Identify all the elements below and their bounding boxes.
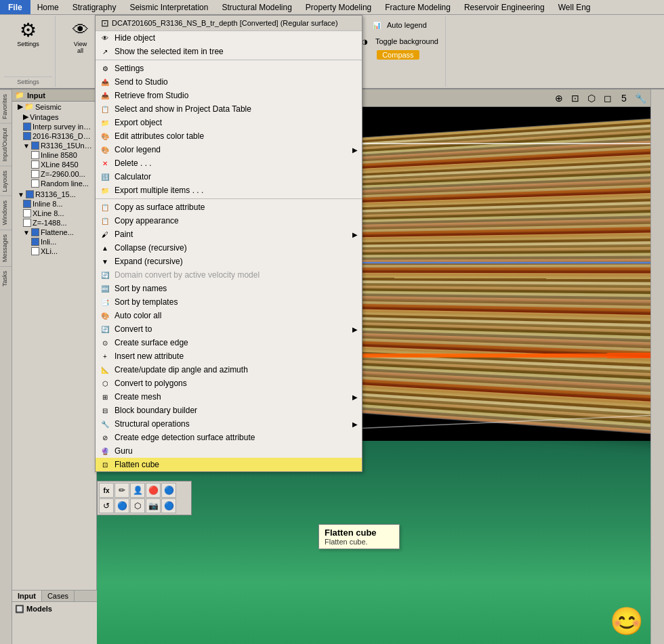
mini-btn-5[interactable]: 🔵 [161,483,176,498]
tree-item-2016[interactable]: 2016-R3136_Depth... [12,131,96,141]
menu-flatten-cube[interactable]: ⊡ Flatten cube [96,458,362,471]
menu-structural-ops[interactable]: 🔧 Structural operations ▶ [96,417,362,431]
mini-btn-7[interactable]: 🔵 [115,498,129,513]
inline8-a-checkbox[interactable] [23,200,31,208]
menu-insert-attribute[interactable]: + Insert new attribute [96,349,362,363]
menu-paint[interactable]: 🖌 Paint ▶ [96,228,362,241]
3d-tool-2[interactable]: ⊡ [568,91,583,106]
tree-item-z1488[interactable]: Z=-1488... [12,218,96,228]
tree-item-xline8-a[interactable]: XLine 8... [12,209,96,218]
r3136-2-checkbox[interactable] [26,190,34,198]
vtab-messages[interactable]: Messages [0,230,12,266]
menu-show-in-tree[interactable]: ↗ Show the selected item in tree [96,45,362,58]
menu-settings[interactable]: ⚙ Settings [96,62,362,75]
menu-send-studio[interactable]: 📤 Send to Studio [96,75,362,89]
menu-select-table[interactable]: 📋 Select and show in Project Data Table [96,102,362,116]
menu-file[interactable]: File [0,0,30,14]
menu-create-edge-detection[interactable]: ⊘ Create edge detection surface attribut… [96,431,362,444]
menu-create-dip[interactable]: 📐 Create/update dip angle and azimuth [96,363,362,377]
compass-btn[interactable]: Compass [377,50,419,60]
2016-checkbox[interactable] [23,132,31,140]
tree-item-random[interactable]: Random line... [12,179,96,188]
menu-copy-appearance[interactable]: 📋 Copy appearance [96,214,362,228]
menu-well-eng[interactable]: Well Eng [552,0,598,14]
z1488-checkbox[interactable] [23,219,31,227]
tree-item-r3136-2[interactable]: ▼ R3136_15... [12,190,96,199]
expand-label: Expand (recursive) [115,257,183,266]
menu-export-multiple[interactable]: 📁 Export multiple items . . . [96,184,362,197]
menu-convert-to[interactable]: 🔄 Convert to ▶ [96,322,362,336]
menu-export-object[interactable]: 📁 Export object [96,116,362,129]
menu-reservoir[interactable]: Reservoir Engineering [457,0,552,14]
menu-collapse[interactable]: ▲ Collapse (recursive) [96,241,362,255]
vtab-input-output[interactable]: Input/Output [0,123,12,166]
tab-cases[interactable]: Cases [42,591,75,601]
tab-input[interactable]: Input [12,591,42,601]
settings-btn[interactable]: ⚙ Settings [14,18,42,49]
menu-create-mesh[interactable]: ⊞ Create mesh ▶ [96,390,362,404]
menu-expand[interactable]: ▼ Expand (recursive) [96,255,362,268]
tree-item-flattened[interactable]: ▼ Flattene... [12,228,96,237]
tree-item-r3136-1[interactable]: ▼ R3136_15UnrPr... [12,141,96,150]
mini-btn-1[interactable]: fx [99,483,114,498]
menu-hide-object[interactable]: 👁 Hide object [96,31,362,45]
tree-item-z2960[interactable]: Z=-2960.00... [12,169,96,179]
xline8-a-checkbox[interactable] [23,209,31,217]
menu-auto-color[interactable]: 🎨 Auto color all [96,309,362,322]
mini-btn-6[interactable]: ↺ [99,498,114,513]
menu-color-legend[interactable]: 🎨 Color legend ▶ [96,143,362,156]
mini-btn-3[interactable]: 👤 [130,483,145,498]
3d-tool-1[interactable]: ⊕ [552,91,566,106]
tree-item-inline8580[interactable]: Inline 8580 [12,150,96,160]
3d-tool-5[interactable]: 5 [617,91,631,106]
xli-checkbox[interactable] [31,247,39,255]
mini-btn-4[interactable]: 🔴 [146,483,161,498]
mini-btn-10[interactable]: 🔵 [161,498,176,513]
tree-item-inline8-a[interactable]: Inline 8... [12,199,96,209]
tree-item-xli[interactable]: XLi... [12,246,96,256]
r3136-1-checkbox[interactable] [31,142,39,150]
menu-property[interactable]: Property Modeling [299,0,378,14]
menu-guru[interactable]: 🔮 Guru [96,444,362,458]
tree-item-xline8450[interactable]: XLine 8450 [12,160,96,169]
3d-tool-4[interactable]: ◻ [600,91,615,106]
menu-structural[interactable]: Structural Modeling [215,0,298,14]
menu-fracture[interactable]: Fracture Modeling [378,0,457,14]
menu-stratigraphy[interactable]: Stratigraphy [66,0,123,14]
view-all-btn[interactable]: 👁 Viewall [67,18,94,56]
xline8450-checkbox[interactable] [31,160,39,169]
vtab-favorites[interactable]: Favorites [0,89,12,123]
vtab-layouts[interactable]: Layouts [0,166,12,196]
menu-convert-polygons[interactable]: ⬡ Convert to polygons [96,377,362,390]
z2960-checkbox[interactable] [31,170,39,178]
interp-checkbox[interactable] [23,123,31,131]
flat-checkbox[interactable] [31,228,39,236]
menu-delete[interactable]: ✕ Delete . . . [96,156,362,170]
vtab-tasks[interactable]: Tasks [0,266,12,291]
menu-create-surface-edge[interactable]: ⊙ Create surface edge [96,336,362,349]
menu-copy-surface-attr[interactable]: 📋 Copy as surface attribute [96,200,362,214]
menu-sort-names[interactable]: 🔤 Sort by names [96,282,362,295]
tree-item-interp[interactable]: Interp survey inclusio... [12,122,96,131]
mini-btn-8[interactable]: ⬡ [130,498,145,513]
vtab-windows[interactable]: Windows [0,196,12,230]
menu-block-boundary[interactable]: ⊟ Block boundary builder [96,404,362,417]
auto-legend-icon[interactable]: 📊 [369,18,384,33]
inli-checkbox[interactable] [31,238,39,246]
random-checkbox[interactable] [31,179,39,188]
menu-sort-templates[interactable]: 📑 Sort by templates [96,295,362,309]
mini-btn-2[interactable]: ✏ [115,483,129,498]
tree-item-seismic[interactable]: ▶ 📁 Seismic [12,102,96,112]
menu-seismic[interactable]: Seismic Interpretation [123,0,215,14]
3d-tool-3[interactable]: ⬡ [584,91,599,106]
3d-tool-6[interactable]: 🔧 [633,91,648,106]
tree-item-vintages[interactable]: ▶ Vintages [12,112,96,122]
menu-edit-attributes[interactable]: 🎨 Edit attributes color table [96,129,362,143]
tree-item-inli[interactable]: Inli... [12,237,96,246]
mini-btn-9[interactable]: 📷 [146,498,161,513]
menu-home[interactable]: Home [30,0,66,14]
menu-calculator[interactable]: 🔢 Calculator [96,170,362,184]
inline8580-checkbox[interactable] [31,151,39,159]
send-studio-label: Send to Studio [115,77,168,87]
menu-retrieve-studio[interactable]: 📥 Retrieve from Studio [96,89,362,102]
